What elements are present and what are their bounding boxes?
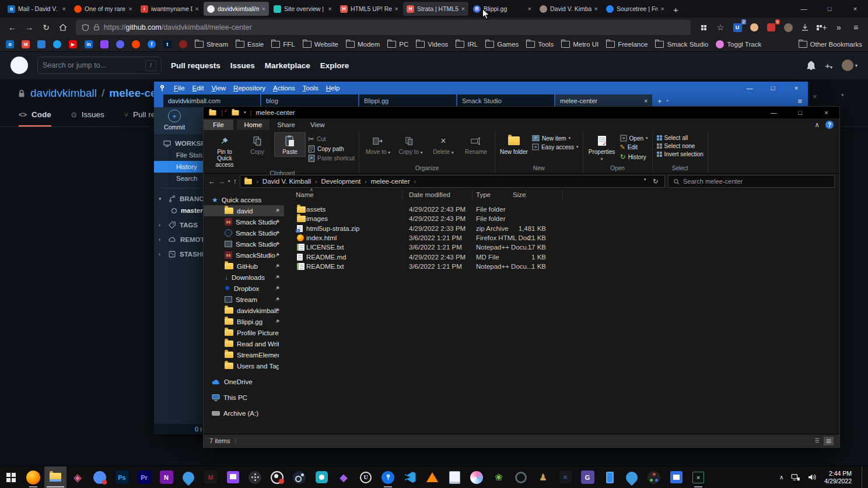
- taskbar-ring-app[interactable]: [510, 466, 532, 488]
- nav-back-button[interactable]: ←: [208, 177, 215, 185]
- taskbar-firefox[interactable]: [22, 466, 44, 488]
- list-view-toggle[interactable]: ☰: [812, 437, 822, 445]
- taskbar-file-explorer[interactable]: [44, 466, 66, 488]
- taskbar-start-button[interactable]: [0, 466, 22, 488]
- ribbon-invert-selection-button[interactable]: Invert selection: [657, 151, 704, 157]
- bookmark-folder[interactable]: FFL: [271, 41, 295, 48]
- github-logo-icon[interactable]: [10, 57, 28, 74]
- file-name[interactable]: README.txt: [306, 262, 344, 271]
- tab-close-icon[interactable]: ×: [528, 5, 531, 12]
- sidebar-item-david[interactable]: david: [204, 205, 284, 216]
- sidebar-item-davidvkimball-com[interactable]: davidvkimball.com: [204, 305, 284, 316]
- taskbar-statue-app[interactable]: ♟: [532, 466, 554, 488]
- tab-close-icon[interactable]: ×: [461, 5, 465, 12]
- tab-close-icon[interactable]: ×: [262, 5, 265, 12]
- sidebar-item-users-and-tags[interactable]: Users and Tags: [204, 360, 284, 371]
- taskbar-color-triad-app[interactable]: [643, 466, 665, 488]
- sidebar-item-profile-pictures[interactable]: Profile Pictures: [204, 327, 284, 338]
- st-menu-file[interactable]: File: [174, 85, 185, 92]
- st-menu-edit[interactable]: Edit: [192, 85, 204, 92]
- sidebar-item-streamelements[interactable]: StreamElements: [204, 349, 284, 360]
- address-dropdown-caret[interactable]: ▾: [644, 177, 646, 185]
- taskbar-dolphin-emulator[interactable]: [177, 466, 200, 488]
- containers-icon[interactable]: [696, 20, 711, 35]
- tab-close-icon[interactable]: ×: [395, 5, 398, 12]
- sidebar-item-github[interactable]: GitHub: [204, 261, 284, 272]
- ribbon-new-item-button[interactable]: New item▾: [532, 135, 579, 142]
- taskbar-chat-app[interactable]: [89, 466, 111, 488]
- bookmark-gmail[interactable]: M: [22, 40, 30, 48]
- bookmark-folder[interactable]: IRL: [456, 41, 478, 48]
- github-avatar-menu[interactable]: ▾: [842, 59, 858, 71]
- breadcrumb-segment[interactable]: Development: [321, 178, 361, 185]
- file-name[interactable]: README.md: [306, 252, 346, 262]
- ribbon-tab-share[interactable]: Share: [270, 120, 303, 130]
- ribbon-tab-home[interactable]: Home: [237, 120, 270, 130]
- help-icon[interactable]: ?: [825, 121, 834, 129]
- st-menu-repository[interactable]: Repository: [233, 85, 265, 92]
- column-header-date-modified[interactable]: Date modified: [409, 191, 450, 198]
- bookmark-linkedin[interactable]: in: [85, 40, 93, 48]
- taskbar-obs-studio[interactable]: [266, 466, 288, 488]
- hamburger-menu-icon[interactable]: ≡: [848, 20, 863, 35]
- taskbar-visual-studio[interactable]: ◆: [332, 466, 355, 488]
- tab-close-icon[interactable]: ×: [594, 5, 598, 12]
- st-burger-menu[interactable]: ≡: [797, 94, 808, 107]
- ex-window-minimize-button[interactable]: —: [761, 107, 787, 118]
- sidebar-item-smackstudio[interactable]: ss SmackStudio: [204, 250, 284, 261]
- volume-icon[interactable]: [808, 473, 817, 481]
- bell-icon[interactable]: [807, 61, 816, 70]
- ribbon-select-all-button[interactable]: Select all: [657, 135, 704, 141]
- browser-tab[interactable]: Sourcetree | Free Git ×: [603, 2, 668, 16]
- profile-avatar-icon[interactable]: [780, 20, 796, 35]
- reload-button[interactable]: ↻: [38, 20, 54, 35]
- qat-customize-caret[interactable]: ▾: [244, 110, 246, 115]
- sidebar-this-pc[interactable]: This PC: [204, 392, 284, 403]
- tab-close-icon[interactable]: ×: [129, 5, 132, 12]
- window-maximize-button[interactable]: □: [817, 0, 842, 17]
- ribbon-properties-button[interactable]: ✓ Properties ▾: [586, 132, 618, 164]
- taskbar-premiere[interactable]: Pr: [133, 466, 155, 488]
- dismiss-icon[interactable]: ×: [813, 92, 817, 101]
- bookmark-outlook[interactable]: o: [6, 40, 14, 48]
- taskbar-x-terminal[interactable]: ×: [687, 466, 709, 488]
- column-header-type[interactable]: Type: [476, 191, 491, 198]
- st-new-tab-button[interactable]: +: [657, 97, 662, 106]
- st-window-close-button[interactable]: ×: [785, 82, 808, 94]
- ribbon-new-folder-button[interactable]: New folder: [498, 132, 530, 157]
- ribbon-paste-button[interactable]: Paste: [274, 132, 306, 157]
- home-button[interactable]: [55, 20, 71, 35]
- bookmark-youtube[interactable]: ▶: [69, 40, 77, 48]
- browser-tab[interactable]: HHTML5 UP! Responsi ×: [337, 2, 402, 16]
- bookmark-folder[interactable]: Modem: [346, 41, 380, 48]
- ribbon-edit-button[interactable]: ✎Edit: [620, 143, 648, 151]
- taskbar-photoshop[interactable]: Ps: [111, 466, 133, 488]
- repo-tab-issues[interactable]: ⊙Issues: [71, 110, 104, 127]
- ribbon-open-button[interactable]: Open▾: [620, 135, 648, 142]
- taskbar-x-dark-app[interactable]: ×: [554, 466, 576, 488]
- tray-chevron-icon[interactable]: ∧: [779, 474, 783, 480]
- ribbon-collapse-icon[interactable]: ∧: [815, 121, 820, 129]
- browser-tab[interactable]: One of my rare collec ×: [71, 2, 136, 16]
- github-nav-link[interactable]: Issues: [230, 61, 255, 70]
- github-plus-menu[interactable]: +▾: [825, 61, 832, 71]
- bookmark-folder[interactable]: Freelance: [606, 41, 648, 48]
- extension-red-icon[interactable]: 6: [764, 20, 779, 35]
- taskbar-gamecube-app[interactable]: G: [576, 466, 598, 488]
- taskbar-notepad-app[interactable]: [443, 466, 466, 488]
- st-commit-button[interactable]: +Commit: [159, 107, 190, 134]
- sidebar-item-blippi-gg[interactable]: Blippi.gg: [204, 316, 284, 327]
- column-header-size[interactable]: Size: [513, 191, 526, 198]
- browser-tab[interactable]: oMail - David V. Kimba ×: [4, 2, 69, 16]
- url-bar[interactable]: https://github.com/davidvkimball/melee-c…: [76, 20, 691, 35]
- taskbar-your-phone[interactable]: [598, 466, 621, 488]
- downloads-icon[interactable]: [797, 20, 813, 35]
- st-repo-tab[interactable]: Smack Studio: [457, 94, 554, 107]
- taskbar-unreal-engine[interactable]: U: [355, 466, 377, 488]
- network-icon[interactable]: [791, 474, 800, 481]
- st-repo-tab[interactable]: melee-center×: [555, 94, 652, 107]
- forward-button[interactable]: →: [22, 20, 37, 35]
- ribbon-tab-view[interactable]: View: [303, 120, 332, 130]
- taskbar-clock[interactable]: 2:44 PM4/29/2022: [824, 470, 852, 485]
- ribbon-move-to-button[interactable]: Move to ▾: [362, 132, 394, 157]
